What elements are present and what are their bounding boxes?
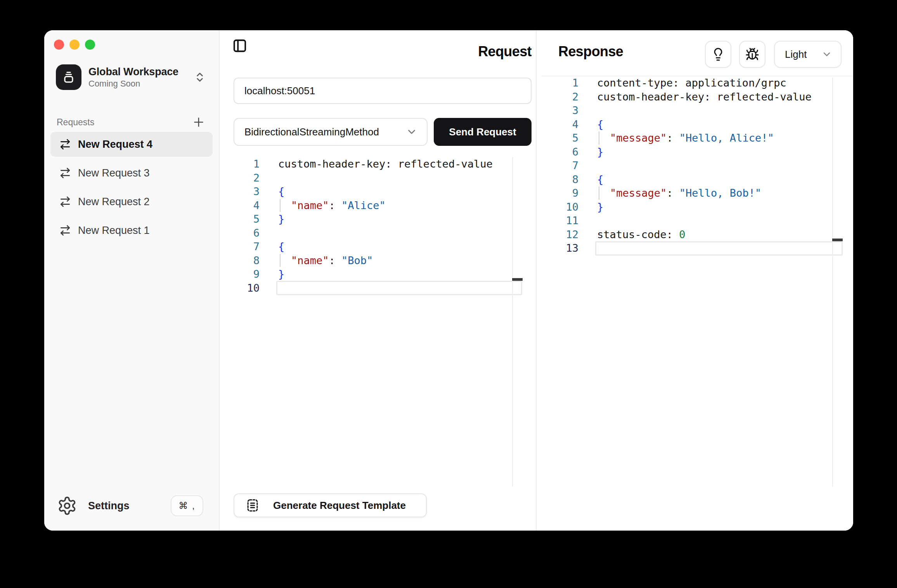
chevron-down-icon <box>406 126 417 138</box>
workspace-title: Global Workspace <box>88 66 187 78</box>
line-number: 2 <box>223 171 260 185</box>
method-select[interactable]: BidirectionalStreamingMethod <box>234 118 428 146</box>
code-line-content: status-code: 0 <box>578 228 686 242</box>
code-line-content: "name": "Alice" <box>260 199 386 213</box>
code-line[interactable]: 11 <box>542 214 812 228</box>
workspace-icon <box>56 64 81 90</box>
request-panel: Request localhost:50051 BidirectionalStr… <box>220 30 536 531</box>
code-line[interactable]: 9} <box>223 267 493 281</box>
code-line[interactable]: 3 <box>542 104 812 118</box>
code-line-content <box>260 226 278 240</box>
code-line-content: "message": "Hello, Alice!" <box>578 131 774 145</box>
indent-guide <box>599 131 599 145</box>
code-line[interactable]: 5"message": "Hello, Alice!" <box>542 131 812 145</box>
line-number: 5 <box>223 212 260 226</box>
theme-select-value: Light <box>785 48 807 61</box>
code-line-content: custom-header-key: reflected-value <box>578 90 812 104</box>
code-line[interactable]: 3{ <box>223 185 493 199</box>
arrows-right-left-icon <box>59 138 71 150</box>
code-line[interactable]: 9"message": "Hello, Bob!" <box>542 186 812 200</box>
app-window: Global Workspace Coming Soon Requests Ne… <box>44 30 853 531</box>
window-controls <box>54 40 95 50</box>
line-number: 6 <box>223 226 260 240</box>
line-number: 8 <box>542 173 578 187</box>
settings-button[interactable]: Settings ⌘ , <box>56 494 203 517</box>
code-line-content <box>578 241 597 255</box>
code-line[interactable]: 4"name": "Alice" <box>223 199 493 213</box>
chevron-down-icon <box>821 49 832 60</box>
zoom-window-button[interactable] <box>85 40 95 50</box>
code-line[interactable]: 2custom-header-key: reflected-value <box>542 90 812 104</box>
code-line[interactable]: 4{ <box>542 118 812 131</box>
theme-select[interactable]: Light <box>774 41 842 68</box>
code-line[interactable]: 8{ <box>542 173 812 187</box>
code-line-content: "name": "Bob" <box>260 254 373 268</box>
indent-guide <box>280 199 281 212</box>
code-line[interactable]: 8"name": "Bob" <box>223 254 493 268</box>
generate-template-button[interactable]: Generate Request Template <box>234 493 427 517</box>
code-line[interactable]: 6} <box>542 145 812 159</box>
workspace-subtitle: Coming Soon <box>88 79 187 89</box>
send-request-button[interactable]: Send Request <box>434 118 532 146</box>
close-window-button[interactable] <box>54 40 64 50</box>
sidebar-item-request-4[interactable]: New Request 1 <box>50 218 213 243</box>
code-line[interactable]: 12status-code: 0 <box>542 228 812 242</box>
toggle-sidebar-button[interactable] <box>231 37 248 54</box>
sidebar-item-request-2[interactable]: New Request 3 <box>50 161 213 185</box>
line-number: 4 <box>223 199 260 213</box>
code-line[interactable]: 1content-type: application/grpc <box>542 76 812 90</box>
line-number: 5 <box>542 131 578 145</box>
sidebar-item-request-1[interactable]: New Request 4 <box>50 132 213 157</box>
line-number: 13 <box>542 241 578 255</box>
request-list: New Request 4New Request 3New Request 2N… <box>50 132 213 247</box>
hints-button[interactable] <box>705 41 731 68</box>
requests-section-label: Requests <box>57 117 94 128</box>
request-item-label: New Request 3 <box>78 167 150 179</box>
code-line-content: { <box>578 173 603 187</box>
code-line-content: } <box>260 267 284 281</box>
code-line[interactable]: 7{ <box>223 240 493 254</box>
code-line[interactable]: 10 <box>223 281 493 295</box>
response-panel: Response Light <box>536 30 853 531</box>
code-line[interactable]: 6 <box>223 226 493 240</box>
line-number: 3 <box>542 104 578 118</box>
bug-icon <box>745 47 759 61</box>
line-number: 12 <box>542 228 578 242</box>
server-url-input[interactable]: localhost:50051 <box>234 78 532 104</box>
code-line-content <box>578 104 597 118</box>
code-line-content <box>578 159 597 173</box>
code-line-content <box>260 171 278 185</box>
arrows-right-left-icon <box>59 195 71 208</box>
request-item-label: New Request 2 <box>78 196 150 208</box>
line-number: 1 <box>223 157 260 171</box>
settings-label: Settings <box>88 500 171 512</box>
response-editor-scrollbar[interactable] <box>832 239 843 241</box>
code-line[interactable]: 5} <box>223 212 493 226</box>
method-select-value: BidirectionalStreamingMethod <box>244 126 379 138</box>
workspace-switcher[interactable]: Global Workspace Coming Soon <box>56 64 211 91</box>
sidebar-item-request-3[interactable]: New Request 2 <box>50 189 213 214</box>
code-line[interactable]: 10} <box>542 200 812 214</box>
template-icon <box>245 498 260 513</box>
line-number: 9 <box>542 186 578 200</box>
minimize-window-button[interactable] <box>69 40 80 50</box>
code-line[interactable]: 13 <box>542 241 812 255</box>
line-number: 10 <box>542 200 578 214</box>
request-editor-scrollbar[interactable] <box>512 278 523 281</box>
line-number: 10 <box>223 281 260 295</box>
code-line[interactable]: 7 <box>542 159 812 173</box>
debug-button[interactable] <box>739 41 765 68</box>
request-editor[interactable]: 1custom-header-key: reflected-value23{4"… <box>223 157 493 295</box>
code-line[interactable]: 1custom-header-key: reflected-value <box>223 157 493 171</box>
settings-shortcut-badge: ⌘ , <box>171 495 203 516</box>
line-number: 2 <box>542 90 578 104</box>
arrows-right-left-icon <box>59 167 71 179</box>
lightbulb-icon <box>711 47 725 61</box>
code-line-content: } <box>578 145 603 159</box>
response-editor[interactable]: 1content-type: application/grpc2custom-h… <box>542 76 812 255</box>
line-number: 8 <box>223 254 260 268</box>
response-panel-title: Response <box>558 43 623 60</box>
add-request-button[interactable] <box>191 114 206 130</box>
code-line[interactable]: 2 <box>223 171 493 185</box>
code-line-content: { <box>260 185 284 199</box>
